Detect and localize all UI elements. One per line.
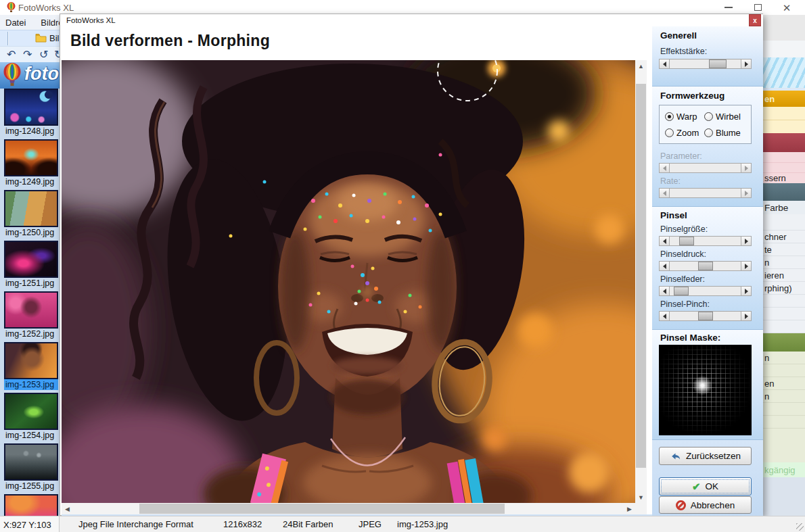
thumbnail-image[interactable] <box>4 291 58 329</box>
brush-size-slider[interactable] <box>659 236 752 246</box>
bg-row[interactable]: n <box>763 256 805 269</box>
bg-row-green[interactable]: en <box>763 377 805 390</box>
bg-row[interactable] <box>763 320 805 333</box>
thumbnail-item[interactable]: img-1248.jpg <box>4 89 58 137</box>
bg-button-orange[interactable]: en <box>763 91 805 107</box>
vertical-scroll-thumb[interactable] <box>636 84 646 468</box>
thumbnail-item[interactable]: img-1249.jpg <box>4 139 58 187</box>
slider-thumb[interactable] <box>698 262 713 270</box>
radio-wirbel[interactable]: Wirbel <box>704 112 741 122</box>
minimize-button[interactable] <box>718 0 739 15</box>
bg-row-green[interactable] <box>763 416 805 429</box>
brush-feather-slider[interactable] <box>659 286 752 296</box>
scroll-up-icon[interactable]: ▲ <box>635 60 647 72</box>
slider-track[interactable] <box>670 312 741 320</box>
bg-row[interactable] <box>763 295 805 308</box>
bg-row[interactable]: rphing) <box>763 282 805 295</box>
rotate-right-icon[interactable]: ↷ <box>23 48 32 61</box>
thumbnail-image[interactable] <box>4 393 58 430</box>
bg-row[interactable]: ieren <box>763 269 805 282</box>
logo-text: foto <box>24 64 59 84</box>
slider-thumb[interactable] <box>709 59 727 68</box>
bg-row-green[interactable]: n <box>763 390 805 403</box>
statusbar: X:927 Y:103 Jpeg File Interchange Format… <box>0 516 805 532</box>
thumbnail-image[interactable] <box>4 342 58 379</box>
bg-stripes-header <box>763 57 805 88</box>
thumbnail-item[interactable]: img-1250.jpg <box>4 190 58 238</box>
bg-row-green[interactable] <box>763 364 805 377</box>
rotate-left-icon[interactable]: ↶ <box>7 48 16 61</box>
thumbnail-item[interactable]: img-1254.jpg <box>4 393 58 441</box>
slider-left-arrow[interactable] <box>660 287 670 295</box>
bg-row-pink[interactable]: ssern <box>763 173 805 183</box>
slider-left-arrow[interactable] <box>660 312 670 320</box>
thumbnail-item-partial[interactable] <box>4 494 58 516</box>
thumbnail-image[interactable] <box>4 494 58 516</box>
thumbnail-item[interactable]: img-1252.jpg <box>4 291 58 339</box>
thumbnail-image[interactable] <box>4 139 58 176</box>
scroll-right-icon[interactable]: ▶ <box>624 503 635 514</box>
bg-row-cream[interactable] <box>763 120 805 133</box>
thumbnail-image[interactable] <box>4 190 58 227</box>
effect-strength-slider[interactable] <box>659 59 752 69</box>
cancel-button[interactable]: Abbrechen <box>659 496 752 514</box>
slider-left-arrow[interactable] <box>660 59 670 68</box>
slider-left-arrow[interactable] <box>660 237 670 245</box>
bg-row-pink[interactable] <box>763 163 805 173</box>
slider-track[interactable] <box>670 59 741 68</box>
slider-thumb[interactable] <box>674 287 689 295</box>
thumbnail-image[interactable] <box>4 241 58 278</box>
bg-button-teal[interactable] <box>763 183 805 201</box>
radio-dot <box>665 112 674 121</box>
ok-button[interactable]: ✔ OK <box>659 477 752 495</box>
radio-zoom[interactable]: Zoom <box>665 128 699 138</box>
scroll-left-icon[interactable]: ◀ <box>62 503 73 514</box>
bg-button-red[interactable] <box>763 133 805 152</box>
scroll-down-icon[interactable]: ▼ <box>635 491 647 503</box>
slider-track[interactable] <box>670 287 741 295</box>
slider-left-arrow[interactable] <box>660 262 670 270</box>
thumbnail-image[interactable] <box>4 89 58 126</box>
brush-pressure-slider[interactable] <box>659 261 752 271</box>
bg-row[interactable]: chner <box>763 231 805 243</box>
image-canvas[interactable] <box>62 60 635 503</box>
bg-row-farbe: Farbe <box>763 201 805 214</box>
slider-right-arrow[interactable] <box>741 287 751 295</box>
section-generell: Generell Effektstärke: <box>652 26 763 87</box>
bg-row[interactable]: te <box>763 243 805 256</box>
brush-pinch-slider[interactable] <box>659 311 752 321</box>
bg-button-green[interactable] <box>763 333 805 352</box>
bg-row[interactable] <box>763 308 805 320</box>
bg-row-green[interactable]: n <box>763 352 805 364</box>
slider-right-arrow[interactable] <box>741 262 751 270</box>
radio-blume[interactable]: Blume <box>704 128 741 138</box>
close-button[interactable]: ✕ <box>777 0 797 15</box>
resize-grip[interactable] <box>796 523 804 531</box>
thumbnail-item-selected[interactable]: img-1253.jpg <box>4 342 58 390</box>
effect-strength-label: Effektstärke: <box>660 47 707 56</box>
thumbnail-image[interactable] <box>4 443 58 481</box>
horizontal-scrollbar[interactable]: ◀ ▶ <box>62 503 635 514</box>
slider-track[interactable] <box>670 262 741 270</box>
slider-right-arrow[interactable] <box>741 312 751 320</box>
bg-row[interactable] <box>763 214 805 231</box>
vertical-scrollbar[interactable]: ▲ ▼ <box>635 60 647 503</box>
slider-thumb[interactable] <box>698 312 713 320</box>
slider-thumb[interactable] <box>679 237 694 245</box>
horizontal-scroll-thumb[interactable] <box>139 504 505 514</box>
reset-button[interactable]: Zurücksetzen <box>659 447 752 465</box>
slider-right-arrow[interactable] <box>741 237 751 245</box>
bg-row-green[interactable] <box>763 403 805 416</box>
menu-datei[interactable]: Datei <box>5 18 26 28</box>
thumbnail-item[interactable]: img-1255.jpg <box>4 443 58 491</box>
radio-warp[interactable]: Warp <box>665 112 697 122</box>
dialog-close-button[interactable]: x <box>749 14 761 26</box>
slider-track[interactable] <box>670 237 741 245</box>
folder-icon[interactable] <box>35 33 47 45</box>
maximize-button[interactable] <box>748 0 768 15</box>
slider-right-arrow[interactable] <box>741 59 751 68</box>
rotate-ccw-icon[interactable]: ↺ <box>39 48 48 61</box>
bg-row-cream[interactable] <box>763 107 805 120</box>
thumbnail-item[interactable]: img-1251.jpg <box>4 241 58 289</box>
bg-row-pink[interactable] <box>763 152 805 163</box>
